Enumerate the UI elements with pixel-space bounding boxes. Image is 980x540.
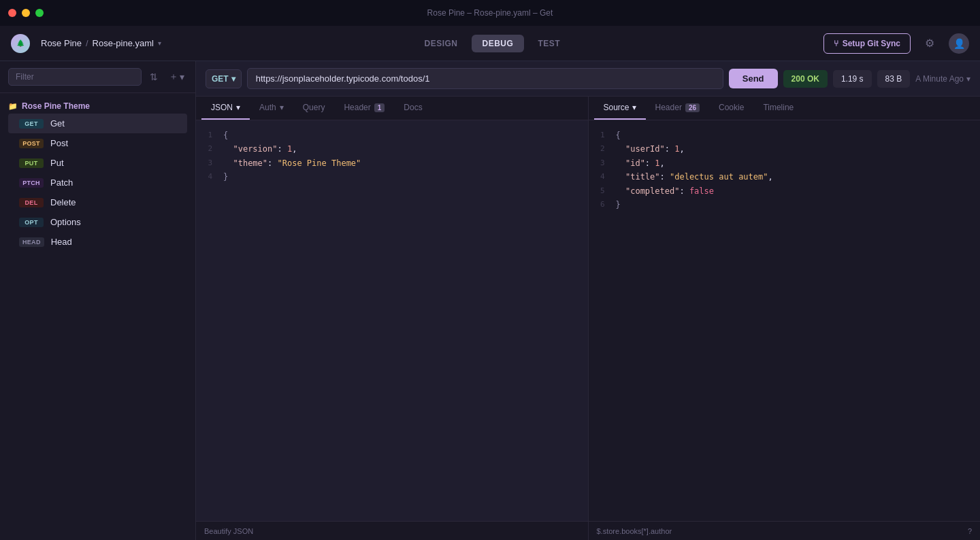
collection-section: 📁 Rose Pine Theme GET Get POST Post PUT …: [0, 93, 195, 254]
chevron-down-icon: ▾: [280, 103, 284, 112]
filter-input[interactable]: [8, 68, 142, 86]
tab-header-label: Header: [344, 103, 370, 112]
chevron-down-icon: ▾: [966, 74, 970, 84]
tab-query[interactable]: Query: [293, 97, 335, 120]
window-controls: [8, 9, 44, 17]
response-tabs: Source ▾ Header 26 Cookie Timeline: [589, 97, 981, 120]
code-line-2: 2 "version": 1,: [201, 142, 583, 156]
sidebar-item-head[interactable]: HEAD Head: [8, 232, 187, 252]
close-window-button[interactable]: [8, 9, 16, 17]
tab-response-header-label: Header: [655, 103, 682, 112]
sidebar-item-post[interactable]: POST Post: [8, 133, 187, 153]
sidebar-item-delete[interactable]: DEL Delete: [8, 192, 187, 212]
method-badge-put: PUT: [19, 158, 44, 168]
path-separator: /: [86, 38, 88, 48]
method-badge-head: HEAD: [19, 237, 44, 247]
git-icon: ⑂: [834, 39, 838, 48]
code-line-3: 3 "theme": "Rose Pine Theme": [201, 156, 583, 170]
user-avatar[interactable]: 👤: [949, 33, 969, 54]
request-editor[interactable]: 1 { 2 "version": 1, 3: [196, 120, 588, 521]
response-time: 1.19 s: [833, 70, 872, 88]
plus-icon: ＋: [169, 71, 178, 83]
method-chevron-icon: ▾: [231, 74, 235, 84]
tab-auth-label: Auth: [259, 103, 276, 112]
gear-icon: ⚙: [925, 37, 934, 50]
tab-source[interactable]: Source ▾: [594, 97, 646, 120]
top-navigation: 🌲 Rose Pine / Rose-pine.yaml ▾ DESIGN DE…: [0, 26, 980, 61]
design-mode-button[interactable]: DESIGN: [414, 35, 469, 52]
tab-docs-label: Docs: [404, 103, 422, 112]
sidebar-item-patch[interactable]: PTCH Patch: [8, 173, 187, 192]
titlebar: Rose Pine – Rose-pine.yaml – Get: [0, 0, 980, 26]
item-label-head: Head: [51, 237, 72, 247]
response-bottom-bar: $.store.books[*].author ?: [589, 521, 981, 540]
debug-mode-button[interactable]: DEBUG: [472, 35, 525, 52]
item-label-patch: Patch: [50, 178, 73, 188]
sidebar: ⇅ ＋ ▾ 📁 Rose Pine Theme GET Get POST Pos…: [0, 61, 196, 540]
sidebar-item-get[interactable]: GET Get: [8, 114, 187, 133]
workspace-label: Rose Pine: [41, 38, 82, 48]
main-layout: ⇅ ＋ ▾ 📁 Rose Pine Theme GET Get POST Pos…: [0, 61, 980, 540]
sort-button[interactable]: ⇅: [147, 69, 161, 85]
user-icon: 👤: [953, 38, 965, 49]
method-badge-options: OPT: [19, 218, 44, 227]
method-badge-patch: PTCH: [19, 178, 44, 188]
maximize-window-button[interactable]: [35, 9, 44, 17]
request-tabs: JSON ▾ Auth ▾ Query Header 1: [196, 97, 588, 120]
tab-timeline-label: Timeline: [763, 103, 794, 112]
tab-header[interactable]: Header 1: [334, 97, 394, 120]
help-icon[interactable]: ?: [968, 527, 972, 535]
header-badge: 1: [374, 103, 385, 112]
chevron-down-icon: ▾: [158, 39, 161, 47]
topnav-actions: ⑂ Setup Git Sync ⚙ 👤: [823, 33, 969, 54]
tab-response-header[interactable]: Header 26: [646, 97, 709, 120]
tab-docs[interactable]: Docs: [394, 97, 431, 120]
tab-timeline[interactable]: Timeline: [753, 97, 803, 120]
url-input[interactable]: [247, 68, 723, 89]
tab-source-label: Source: [604, 103, 630, 112]
add-request-button[interactable]: ＋ ▾: [166, 68, 187, 86]
code-line-1: 1 {: [201, 129, 583, 142]
method-label: GET: [212, 74, 229, 84]
sidebar-item-put[interactable]: PUT Put: [8, 153, 187, 173]
beautify-label[interactable]: Beautify JSON: [204, 527, 253, 535]
test-mode-button[interactable]: TEST: [527, 35, 571, 52]
tab-cookie-label: Cookie: [719, 103, 744, 112]
folder-icon: 📁: [8, 102, 18, 111]
tab-json-label: JSON: [211, 103, 233, 112]
status-badge: 200 OK: [783, 70, 828, 88]
request-bottom-bar: Beautify JSON: [196, 521, 588, 540]
request-response-area: GET ▾ Send 200 OK 1.19 s 83 B A Minute A…: [196, 61, 980, 540]
workspace-selector[interactable]: Rose Pine / Rose-pine.yaml ▾: [41, 38, 161, 48]
section-toggle[interactable]: 📁 Rose Pine Theme: [8, 99, 187, 114]
response-editor[interactable]: 1 { 2 "userId": 1, 3: [589, 120, 981, 521]
setup-git-sync-button[interactable]: ⑂ Setup Git Sync: [823, 33, 911, 54]
resp-line-6: 6 }: [594, 198, 975, 212]
request-pane: JSON ▾ Auth ▾ Query Header 1: [196, 97, 588, 540]
sidebar-item-options[interactable]: OPT Options: [8, 212, 187, 232]
method-badge-get: GET: [19, 119, 44, 129]
resp-line-5: 5 "completed": false: [594, 184, 975, 198]
code-line-4: 4 }: [201, 170, 583, 184]
resp-line-1: 1 {: [594, 129, 975, 142]
timestamp-label: A Minute Ago: [915, 74, 964, 84]
jsonpath-label[interactable]: $.store.books[*].author: [597, 527, 672, 535]
tab-auth[interactable]: Auth ▾: [250, 97, 293, 120]
response-size: 83 B: [877, 70, 911, 88]
chevron-icon: ▾: [180, 71, 184, 82]
item-label-get: Get: [50, 118, 65, 129]
tab-json[interactable]: JSON ▾: [201, 97, 250, 120]
resp-line-2: 2 "userId": 1,: [594, 142, 975, 156]
method-dropdown[interactable]: GET ▾: [206, 69, 242, 88]
response-pane: Source ▾ Header 26 Cookie Timeline: [589, 97, 981, 540]
tab-cookie[interactable]: Cookie: [709, 97, 753, 120]
source-dropdown[interactable]: Source ▾: [604, 103, 636, 112]
tab-query-label: Query: [303, 103, 325, 112]
send-button[interactable]: Send: [729, 69, 778, 88]
tab-json-arrow: ▾: [236, 103, 240, 112]
open-brace: {: [223, 131, 228, 140]
item-label-delete: Delete: [50, 197, 76, 207]
file-name: Rose-pine.yaml: [93, 38, 154, 48]
minimize-window-button[interactable]: [22, 9, 30, 17]
settings-button[interactable]: ⚙: [919, 33, 941, 54]
